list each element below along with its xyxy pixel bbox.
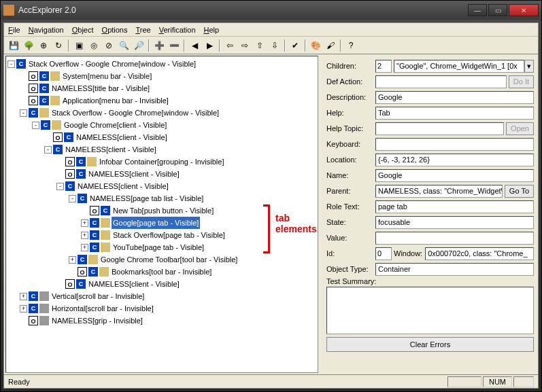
splitter[interactable] <box>320 54 322 374</box>
expand-icon[interactable]: - <box>20 109 27 117</box>
menu-navigation[interactable]: Navigation <box>29 26 64 34</box>
toolbar-check-icon[interactable]: ✔ <box>288 39 302 52</box>
toolbar-refresh-icon[interactable]: ↻ <box>52 39 65 52</box>
toolbar-circle-icon[interactable]: ◎ <box>87 39 101 52</box>
tree-row[interactable]: +CYouTube[page tab - Visible] <box>7 241 316 253</box>
expand-icon[interactable]: + <box>20 293 27 300</box>
tree-row[interactable]: OCApplication[menu bar - Invisible] <box>7 94 316 107</box>
expand-icon[interactable]: + <box>81 244 88 251</box>
testsummary-box[interactable] <box>326 287 534 334</box>
tree-row[interactable]: +CHorizontal[scroll bar - Invisible] <box>7 302 316 315</box>
toolbar-save-icon[interactable]: 💾 <box>7 39 20 52</box>
tree-label[interactable]: NAMELESS[grip - Invisible] <box>50 315 144 327</box>
tree-row[interactable]: ONAMELESS[grip - Invisible] <box>7 315 316 327</box>
tree-label[interactable]: YouTube[page tab - Visible] <box>112 241 205 253</box>
expand-icon[interactable]: + <box>81 219 88 227</box>
tree-row[interactable]: -CNAMELESS[client - Visible] <box>7 143 316 156</box>
tree-label[interactable]: Google[page tab - Visible] <box>112 217 200 229</box>
expand-icon[interactable]: - <box>44 146 52 154</box>
tree-row[interactable]: OCNAMELESS[client - Visible] <box>7 131 316 143</box>
tree-row[interactable]: +CVertical[scroll bar - Invisible] <box>7 290 316 302</box>
tree-label[interactable]: NAMELESS[title bar - Visible] <box>50 82 151 94</box>
toolbar-target-icon[interactable]: ⊕ <box>37 39 50 52</box>
tree-label[interactable]: Bookmarks[tool bar - Invisible] <box>110 266 213 278</box>
toolbar-help-icon[interactable]: ? <box>344 39 358 52</box>
tree-label[interactable]: NAMELESS[client - Visible] <box>87 168 181 180</box>
tree-label[interactable]: Application[menu bar - Invisible] <box>61 94 170 107</box>
tree-row[interactable]: OCSystem[menu bar - Visible] <box>7 70 316 82</box>
toolbar-find-next-icon[interactable]: 🔎 <box>132 39 146 52</box>
tree-row[interactable]: +CStack Overflow[page tab - Visible] <box>7 229 316 241</box>
tree-row[interactable]: -CNAMELESS[client - Visible] <box>7 180 316 192</box>
toolbar-minus-icon[interactable]: ➖ <box>167 39 181 52</box>
expand-icon[interactable]: - <box>7 60 15 68</box>
menu-help[interactable]: Help <box>204 26 220 34</box>
tree-label[interactable]: System[menu bar - Visible] <box>61 70 153 82</box>
children-value[interactable]: "Google", Chrome_WidgetWin_1 [0x <box>394 60 524 73</box>
toolbar-right-blue-icon[interactable]: ⇨ <box>238 39 252 52</box>
tree-label[interactable]: New Tab[push button - Visible] <box>112 204 215 217</box>
titlebar[interactable]: AccExplorer 2.0 — ▭ ✕ <box>1 1 541 20</box>
goto-button[interactable]: Go To <box>505 185 534 198</box>
tree-row[interactable]: +CGoogle Chrome Toolbar[tool bar - Visib… <box>7 253 316 266</box>
clearerrors-button[interactable]: Clear Errors <box>326 337 534 352</box>
tree-row[interactable]: OCNAMELESS[title bar - Visible] <box>7 82 316 94</box>
tree-label[interactable]: Stack Overflow - Google Chrome[window - … <box>27 58 197 70</box>
expand-icon[interactable]: - <box>56 183 64 190</box>
toolbar-tree-icon[interactable]: 🌳 <box>22 39 35 52</box>
tree-label[interactable]: NAMELESS[page tab list - Visible] <box>88 192 205 204</box>
menu-object[interactable]: Object <box>72 26 94 34</box>
expand-icon[interactable]: + <box>20 305 27 313</box>
tree-row[interactable]: -CNAMELESS[page tab list - Visible] <box>7 192 316 204</box>
menu-tree[interactable]: Tree <box>135 26 150 34</box>
tree-label[interactable]: Vertical[scroll bar - Invisible] <box>50 290 146 302</box>
tree-label[interactable]: Google Chrome Toolbar[tool bar - Visible… <box>99 253 239 266</box>
open-button[interactable]: Open <box>506 122 534 135</box>
tree-label[interactable]: Google Chrome[client - Visible] <box>63 119 168 131</box>
tree-label[interactable]: NAMELESS[client - Visible] <box>76 180 170 192</box>
expand-icon[interactable]: - <box>69 195 76 202</box>
maximize-button[interactable]: ▭ <box>488 4 507 16</box>
tree-label[interactable]: Infobar Container[grouping - Invisible] <box>98 156 225 168</box>
toolbar-palette-icon[interactable]: 🎨 <box>309 39 322 52</box>
tree-row[interactable]: -CStack Overflow - Google Chrome[window … <box>7 58 316 70</box>
toolbar-left-blue-icon[interactable]: ⇦ <box>223 39 237 52</box>
tree-row[interactable]: OCInfobar Container[grouping - Invisible… <box>7 156 316 168</box>
tree-row[interactable]: -CStack Overflow - Google Chrome[window … <box>7 107 316 119</box>
toolbar-up-blue-icon[interactable]: ⇧ <box>253 39 267 52</box>
doit-button[interactable]: Do It <box>509 75 534 88</box>
children-count-input[interactable] <box>375 60 392 73</box>
tree-label[interactable]: NAMELESS[client - Visible] <box>87 278 181 290</box>
close-button[interactable]: ✕ <box>509 4 539 16</box>
toolbar[interactable]: 💾🌳⊕↻▣◎⊘🔍🔎➕➖◀▶⇦⇨⇧⇩✔🎨🖌? <box>4 37 538 54</box>
id-input[interactable] <box>375 247 392 260</box>
tree-pane[interactable]: tab elements -CStack Overflow - Google C… <box>5 56 318 373</box>
tree-label[interactable]: Stack Overflow[page tab - Visible] <box>112 229 226 241</box>
toolbar-prev-yellow-icon[interactable]: ◀ <box>188 39 201 52</box>
tree-row[interactable]: +CGoogle[page tab - Visible] <box>7 217 316 229</box>
tree-row[interactable]: OCNAMELESS[client - Visible] <box>7 168 316 180</box>
menubar[interactable]: FileNavigationObjectOptionsTreeVerificat… <box>4 23 538 37</box>
toolbar-paint-icon[interactable]: 🖌 <box>324 39 337 52</box>
tree-label[interactable]: Horizontal[scroll bar - Invisible] <box>50 302 155 315</box>
expand-icon[interactable]: + <box>69 256 76 264</box>
tree-row[interactable]: OCNAMELESS[client - Visible] <box>7 278 316 290</box>
menu-options[interactable]: Options <box>102 26 128 34</box>
expand-icon[interactable]: - <box>32 122 39 129</box>
toolbar-cancel-icon[interactable]: ⊘ <box>102 39 116 52</box>
toolbar-find-icon[interactable]: 🔍 <box>117 39 131 52</box>
toolbar-rect-in-icon[interactable]: ▣ <box>72 39 86 52</box>
tree-row[interactable]: OCBookmarks[tool bar - Invisible] <box>7 266 316 278</box>
menu-file[interactable]: File <box>8 26 20 34</box>
children-dropdown-icon[interactable]: ▾ <box>524 60 534 73</box>
minimize-button[interactable]: — <box>468 4 487 16</box>
toolbar-down-blue-icon[interactable]: ⇩ <box>268 39 282 52</box>
toolbar-plus-icon[interactable]: ➕ <box>152 39 166 52</box>
tree-row[interactable]: OCNew Tab[push button - Visible] <box>7 204 316 217</box>
tree-label[interactable]: NAMELESS[client - Visible] <box>64 143 158 156</box>
tree-label[interactable]: Stack Overflow - Google Chrome[window - … <box>50 107 220 119</box>
toolbar-next-yellow-icon[interactable]: ▶ <box>203 39 216 52</box>
tree-label[interactable]: NAMELESS[client - Visible] <box>75 131 169 143</box>
expand-icon[interactable]: + <box>81 232 88 239</box>
menu-verification[interactable]: Verification <box>159 26 196 34</box>
